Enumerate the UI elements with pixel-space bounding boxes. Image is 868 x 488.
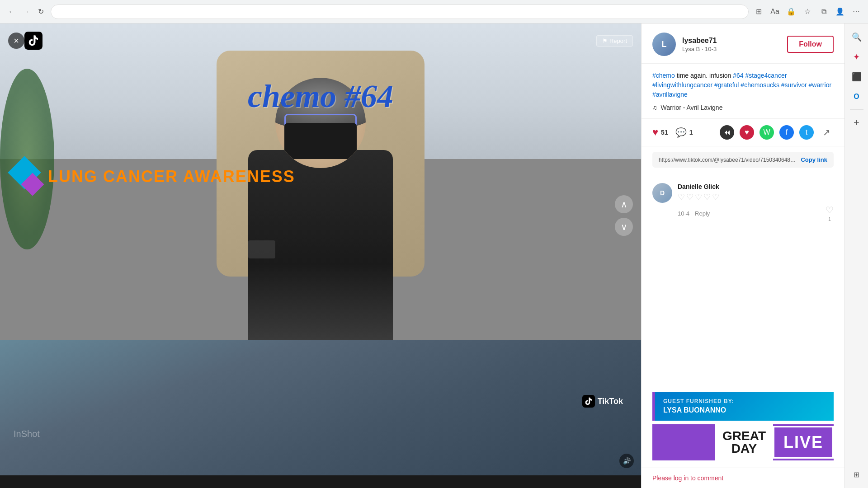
caption-text: #chemo time again. infusion #64 #stage4c… — [652, 71, 834, 99]
more-share-icon[interactable]: ↗ — [819, 125, 834, 140]
music-info: ♫ Warrior - Avril Lavigne — [652, 104, 834, 111]
caption-hashtag-64: #64 — [733, 72, 743, 79]
comment-like-count: 1 — [828, 216, 831, 222]
gdl-day-text: DAY — [731, 442, 757, 455]
awareness-text: LUNG CANCER AWARENESS — [48, 167, 295, 186]
heart-3: ♡ — [695, 192, 702, 202]
gdl-inner: GREAT DAY LIVE — [715, 424, 834, 460]
caption-hashtag-living: #livingwithlungcancer — [652, 81, 712, 89]
video-text-overlay: chemo #64 — [248, 78, 393, 115]
likes-heart-icon: ♥ — [652, 127, 658, 138]
sidebar-table-button[interactable]: ⊞ — [849, 466, 865, 483]
likes-action[interactable]: ♥ 51 — [652, 127, 668, 138]
tiktok-watermark-text: TikTok — [598, 397, 623, 406]
share-icons-group: ⏮ ♥ W f t ↗ — [720, 125, 834, 140]
guest-label: GUEST FURNISHED BY: — [663, 398, 826, 404]
comment-hearts: ♡ ♡ ♡ ♡ ♡ — [678, 192, 834, 202]
facebook-share-icon[interactable]: f — [779, 125, 794, 140]
awareness-overlay: LUNG CANCER AWARENESS — [0, 154, 641, 200]
copy-link-button[interactable]: Copy link — [801, 156, 827, 163]
read-mode-button[interactable]: Aa — [769, 5, 781, 18]
tiktok-logo — [24, 32, 42, 50]
comment-like-area: ♡ 1 — [826, 205, 834, 222]
report-button[interactable]: ⚑ Report — [596, 35, 633, 47]
extensions-button[interactable]: 🔒 — [785, 5, 797, 18]
caption-hashtag-warrior: #warrior — [809, 81, 832, 89]
music-icon: ♫ — [652, 104, 657, 111]
caption-static-1: time again. infusion — [677, 72, 733, 79]
gdl-great-text: GREAT — [722, 430, 766, 442]
caption-hashtag-avril: #avrillavigne — [652, 91, 688, 98]
bookmark-list-button[interactable]: ⊞ — [752, 5, 765, 18]
gdl-text-left: GREAT DAY — [715, 424, 773, 460]
music-title: Warrior - Avril Lavigne — [661, 104, 723, 111]
main-content: × ⚑ Report chemo #64 — [0, 23, 868, 488]
comment-item: D Danielle Glick ♡ ♡ ♡ ♡ ♡ 10-4 Reply — [642, 177, 844, 228]
browser-actions: ⊞ Aa 🔒 ☆ ⧉ 👤 ⋯ — [752, 5, 863, 18]
tiktok-mini-logo — [582, 395, 595, 408]
video-top-bar: × ⚑ Report — [8, 32, 633, 50]
address-bar[interactable]: https://www.tiktok.com/@lysabee71/video/… — [51, 5, 749, 19]
nav-buttons: ← → ↻ — [5, 5, 47, 18]
link-url-text: https://www.tiktok.com/@lysabee71/video/… — [659, 157, 797, 163]
commenter-avatar: D — [652, 183, 672, 203]
author-subtitle: Lysa B · 10-3 — [682, 46, 781, 52]
gdl-live-text: LIVE — [773, 426, 834, 459]
collections-button[interactable]: ⧉ — [817, 5, 830, 18]
comments-action[interactable]: 💬 1 — [675, 127, 693, 138]
sidebar-add-button[interactable]: + — [849, 114, 865, 131]
volume-button[interactable]: 🔊 — [619, 454, 634, 468]
comment-meta: 10-4 Reply ♡ 1 — [678, 205, 834, 222]
sidebar: L lysabee71 Lysa B · 10-3 Follow #chemo … — [641, 23, 844, 488]
actions-row: ♥ 51 💬 1 ⏮ ♥ W f t ↗ — [642, 119, 844, 146]
settings-button[interactable]: ⋯ — [850, 5, 863, 18]
back-button[interactable]: ← — [5, 5, 18, 18]
flag-icon: ⚑ — [602, 38, 608, 44]
sidebar-favorites-button[interactable]: ✦ — [849, 49, 865, 65]
sidebar-outlook-button[interactable]: O — [849, 89, 865, 105]
heart-4: ♡ — [703, 192, 711, 202]
forward-button[interactable]: → — [20, 5, 33, 18]
comment-reply-button[interactable]: Reply — [695, 210, 710, 217]
comment-login-prompt: Please log in to comment — [652, 474, 834, 482]
heart-2: ♡ — [686, 192, 693, 202]
sidebar-extensions-button[interactable]: ⬛ — [849, 69, 865, 85]
rewind-share-icon[interactable]: ⏮ — [720, 125, 734, 140]
video-bottom-preview[interactable]: InShot TikTok 🔊 — [0, 340, 641, 475]
author-info: lysabee71 Lysa B · 10-3 — [682, 37, 781, 52]
tiktok-heart-share-icon[interactable]: ♥ — [740, 125, 754, 140]
caption-hashtag-grateful: #grateful — [714, 81, 739, 89]
twitter-share-icon[interactable]: t — [799, 125, 814, 140]
heart-5: ♡ — [712, 192, 719, 202]
author-avatar: L — [652, 33, 676, 56]
person-photo — [212, 78, 429, 340]
sidebar-search-button[interactable]: 🔍 — [849, 29, 865, 45]
reload-button[interactable]: ↻ — [34, 5, 47, 18]
video-nav-down-button[interactable]: ∨ — [615, 218, 633, 236]
guest-name: LYSA BUONANNO — [663, 406, 826, 414]
profile-button[interactable]: 👤 — [834, 5, 846, 18]
diamond-logo — [9, 161, 41, 192]
caption-hashtag-survivor: #survivor — [781, 81, 807, 89]
comment-like-icon[interactable]: ♡ — [826, 205, 834, 216]
comments-icon: 💬 — [675, 127, 687, 138]
commenter-name: Danielle Glick — [678, 183, 834, 190]
close-button[interactable]: × — [8, 33, 24, 49]
url-input[interactable]: https://www.tiktok.com/@lysabee71/video/… — [57, 8, 743, 15]
comments-section: D Danielle Glick ♡ ♡ ♡ ♡ ♡ 10-4 Reply — [642, 173, 844, 385]
video-main[interactable]: chemo #64 ∧ ∨ — [0, 23, 641, 340]
comment-input-area[interactable]: Please log in to comment — [642, 468, 844, 488]
video-section: × ⚑ Report chemo #64 — [0, 23, 641, 488]
whatsapp-share-icon[interactable]: W — [760, 125, 774, 140]
comments-count: 1 — [689, 129, 693, 136]
follow-button[interactable]: Follow — [787, 36, 834, 53]
favorites-button[interactable]: ☆ — [801, 5, 814, 18]
tattoo-decoration — [248, 240, 275, 258]
tiktok-watermark: TikTok — [582, 395, 623, 408]
great-day-live-banner: GREAT DAY LIVE — [652, 424, 834, 460]
caption-hashtag-chemo: #chemo — [652, 72, 675, 79]
guest-banner: GUEST FURNISHED BY: LYSA BUONANNO — [652, 392, 834, 421]
caption-hashtag-stage4cancer: #stage4cancer — [745, 72, 787, 79]
comment-body: Danielle Glick ♡ ♡ ♡ ♡ ♡ 10-4 Reply ♡ 1 — [678, 183, 834, 222]
likes-count: 51 — [661, 129, 668, 136]
